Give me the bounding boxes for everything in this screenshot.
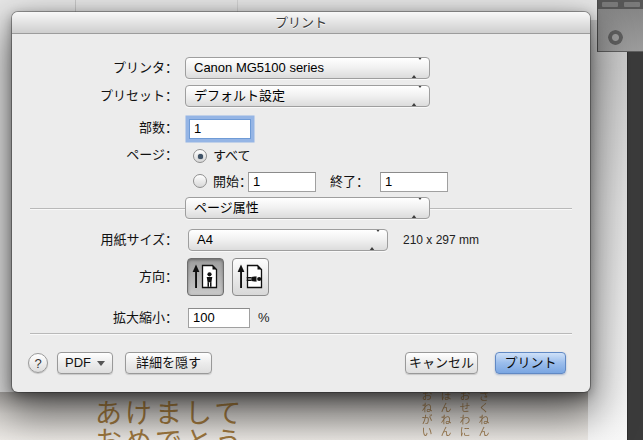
printer-popup-value: Canon MG5100 series [194,60,324,75]
stepper-arrows-icon [411,86,423,106]
background-toolbar-tabs [598,0,643,9]
presets-label: プリセット： [12,85,178,107]
orientation-portrait-button[interactable] [187,258,224,296]
help-button[interactable]: ? [28,353,48,373]
printer-label: プリンタ： [12,57,178,79]
copies-input[interactable]: 1 [189,119,251,139]
pages-label: ページ： [12,147,178,169]
hide-details-button[interactable]: 詳細を隠す [125,352,212,374]
pages-from-input[interactable]: 1 [248,172,316,192]
dialog-title: プリント [275,15,327,30]
stepper-arrows-icon [369,230,381,250]
vertical-text-column: さくねん [473,390,492,440]
stepper-arrows-icon [411,58,423,78]
chevron-down-icon [97,361,105,366]
toolbar-chip [624,2,640,7]
print-dialog: プリント プリンタ： Canon MG5100 series プリセット： デフ… [12,12,590,392]
stepper-arrows-icon [411,198,423,218]
printer-popup[interactable]: Canon MG5100 series [185,57,430,79]
print-button[interactable]: プリント [495,352,566,374]
scale-label: 拡大縮小： [12,307,178,329]
pages-to-input[interactable]: 1 [380,172,448,192]
landscape-orientation-icon [237,262,264,292]
pages-all-label[interactable]: すべて [213,148,251,164]
paper-dimensions: 210 x 297 mm [403,229,479,251]
background-greeting-line2: おめでとう [95,420,245,440]
vertical-text-column: おねがい [416,390,435,440]
cancel-button[interactable]: キャンセル [405,352,478,374]
paper-size-value: A4 [197,232,213,247]
background-toolbar-window [597,0,643,52]
vertical-text-column: ほんねん [435,390,454,440]
background-gradient-strip [588,20,628,440]
presets-popup[interactable]: デフォルト設定 [185,85,430,107]
pages-to-label: 終了： [330,174,369,190]
toolbar-chip [602,2,618,7]
pdf-menu-label: PDF [65,353,91,373]
scale-input[interactable]: 100 [188,308,250,328]
vertical-text-column: おせわに [454,390,473,440]
paper-size-label: 用紙サイズ： [12,229,178,251]
copies-label: 部数： [12,118,178,140]
background-vertical-text: さくねん おせわに ほんねん おねがい [416,390,492,440]
pdf-menu-button[interactable]: PDF [57,352,113,374]
pages-range-radio[interactable] [193,174,207,188]
pages-from-label[interactable]: 開始： [213,174,252,190]
orientation-landscape-button[interactable] [232,258,269,296]
dialog-titlebar[interactable]: プリント [12,12,590,34]
background-window-edge [75,0,76,12]
settings-section-value: ページ属性 [194,200,259,215]
portrait-orientation-icon [192,262,219,292]
screen: あけまして おめでとう さくねん おせわに ほんねん おねがい プリント プリン… [0,0,643,440]
scale-unit: % [258,307,270,329]
footer-separator [30,333,572,334]
settings-section-popup[interactable]: ページ属性 [185,197,430,219]
pages-all-radio[interactable] [193,149,207,163]
presets-popup-value: デフォルト設定 [194,88,285,103]
background-dark-window-band [627,26,643,440]
gear-icon [608,30,623,45]
background-window-edge [237,0,238,12]
orientation-label: 方向： [12,266,178,288]
paper-size-popup[interactable]: A4 [188,229,388,251]
